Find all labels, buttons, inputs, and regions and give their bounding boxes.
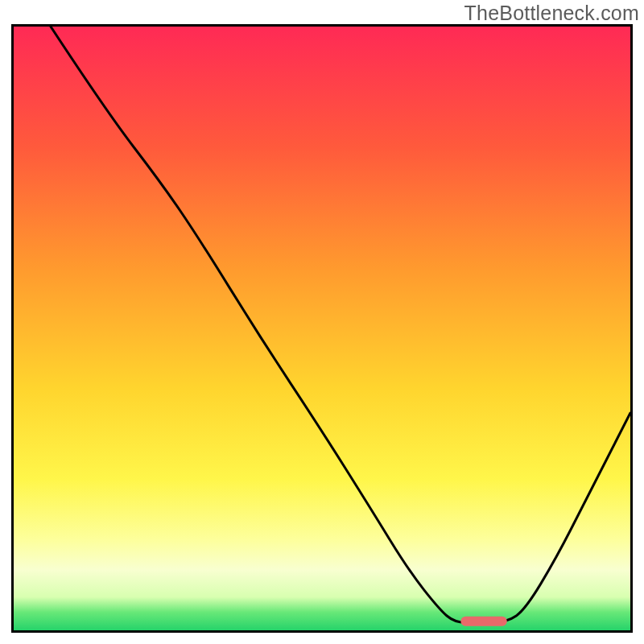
gradient-background bbox=[14, 27, 630, 630]
optimal-range-marker bbox=[460, 617, 506, 626]
plot-area bbox=[11, 24, 633, 633]
watermark-text: TheBottleneck.com bbox=[464, 2, 639, 25]
chart-frame: TheBottleneck.com bbox=[0, 0, 644, 644]
chart-svg bbox=[14, 27, 630, 630]
